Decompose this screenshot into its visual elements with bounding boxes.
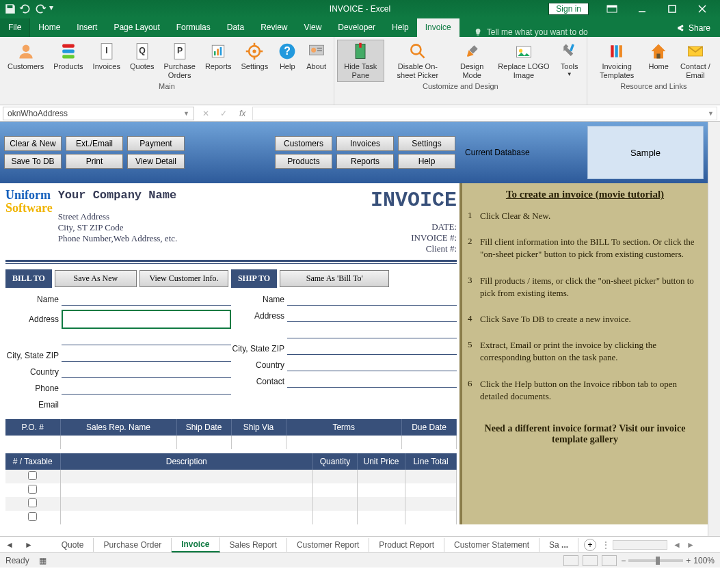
close-icon[interactable] (689, 0, 716, 18)
normal-view-icon[interactable] (563, 555, 578, 566)
tab-page-layout[interactable]: Page Layout (105, 18, 168, 37)
share-button[interactable]: Share (666, 19, 720, 37)
zoom-out-icon[interactable]: − (621, 556, 626, 565)
tab-review[interactable]: Review (252, 18, 295, 37)
tab-view[interactable]: View (296, 18, 330, 37)
enter-formula-icon[interactable]: ✓ (215, 109, 232, 118)
reports-tb-button[interactable]: Reports (336, 154, 394, 169)
purchase-orders-button[interactable]: PPurchase Orders (159, 40, 200, 82)
design-mode-button[interactable]: Design Mode (451, 40, 492, 82)
sheet-tab-quote[interactable]: Quote (52, 538, 94, 552)
page-layout-view-icon[interactable] (583, 555, 598, 566)
about-button[interactable]: About (302, 40, 331, 73)
billto-name-input[interactable] (62, 293, 231, 306)
tab-formulas[interactable]: Formulas (168, 18, 219, 37)
products-button[interactable]: Products (49, 40, 88, 73)
sheet-tab-sa[interactable]: Sa ... (539, 538, 578, 552)
qat-dropdown-icon[interactable]: ▾ (49, 3, 56, 15)
tab-developer[interactable]: Developer (330, 18, 384, 37)
home-button[interactable]: Home (644, 40, 674, 73)
customers-tb-button[interactable]: Customers (275, 136, 332, 151)
tab-data[interactable]: Data (219, 18, 252, 37)
name-box[interactable]: oknWhoAddress▼ (3, 107, 194, 120)
billto-address2-input[interactable] (62, 333, 231, 345)
tab-help[interactable]: Help (384, 18, 417, 37)
redo-icon[interactable] (34, 3, 46, 15)
sheet-tab-sales[interactable]: Sales Report (220, 538, 287, 552)
billto-address-input[interactable] (62, 310, 231, 329)
disable-picker-button[interactable]: Disable On-sheet Picker (384, 40, 451, 82)
macro-record-icon[interactable]: ▦ (39, 556, 46, 565)
shipto-address-input[interactable] (287, 310, 457, 322)
zoom-slider[interactable] (628, 559, 683, 562)
view-detail-button[interactable]: View Detail (127, 154, 185, 169)
zoom-in-icon[interactable]: + (686, 556, 691, 565)
help-button[interactable]: ?Help (273, 40, 302, 73)
replace-logo-button[interactable]: Replace LOGO Image (492, 40, 555, 82)
maximize-icon[interactable] (658, 0, 686, 18)
taxable-checkbox[interactable] (28, 485, 37, 494)
sheet-tab-customer[interactable]: Customer Report (287, 538, 369, 552)
sheet-tab-po[interactable]: Purchase Order (94, 538, 172, 552)
clear-new-button[interactable]: Clear & New (4, 136, 62, 151)
sheet-tab-product[interactable]: Product Report (369, 538, 444, 552)
ext-email-button[interactable]: Ext./Email (66, 136, 123, 151)
invoices-tb-button[interactable]: Invoices (336, 136, 394, 151)
shipto-contact-input[interactable] (287, 375, 457, 388)
shipto-name-input[interactable] (287, 293, 457, 306)
taxable-checkbox[interactable] (28, 512, 37, 521)
tell-me-search[interactable]: Tell me what you want to do (473, 27, 588, 37)
formula-input[interactable]: ▼ (252, 107, 717, 120)
sheet-tab-statement[interactable]: Customer Statement (444, 538, 539, 552)
contact-email-button[interactable]: Contact / Email (674, 40, 717, 82)
cancel-formula-icon[interactable]: ✕ (197, 109, 215, 118)
zoom-level[interactable]: 100% (693, 556, 715, 565)
save-to-db-button[interactable]: Save To DB (4, 154, 62, 169)
print-button[interactable]: Print (66, 154, 123, 169)
products-tb-button[interactable]: Products (275, 154, 332, 169)
billto-phone-input[interactable] (62, 382, 231, 395)
view-customer-info-button[interactable]: View Customer Info. (139, 270, 228, 287)
save-as-new-button[interactable]: Save As New (55, 270, 137, 287)
sign-in-button[interactable]: Sign in (548, 3, 589, 15)
payment-button[interactable]: Payment (127, 136, 185, 151)
tab-nav-next-icon[interactable]: ► (19, 540, 38, 550)
help-footer-link[interactable]: Need a different invoice format? Visit o… (468, 423, 702, 445)
horizontal-scrollbar[interactable] (613, 540, 667, 550)
fx-icon[interactable]: fx (232, 109, 252, 118)
same-as-billto-button[interactable]: Same As 'Bill To' (280, 270, 389, 287)
add-sheet-icon[interactable]: + (584, 539, 596, 551)
settings-button[interactable]: Settings (236, 40, 273, 73)
undo-icon[interactable] (19, 3, 31, 15)
save-icon[interactable] (4, 3, 16, 15)
taxable-checkbox[interactable] (28, 471, 37, 480)
help-title[interactable]: To create an invoice (movie tutorial) (468, 189, 702, 200)
invoices-button[interactable]: IInvoices (88, 40, 125, 73)
help-tb-button[interactable]: Help (398, 154, 455, 169)
shipto-country-input[interactable] (287, 359, 457, 371)
billto-country-input[interactable] (62, 366, 231, 378)
reports-button[interactable]: Reports (200, 40, 237, 73)
taxable-checkbox[interactable] (28, 498, 37, 507)
tab-file[interactable]: File (0, 18, 30, 37)
tab-invoice[interactable]: Invoice (417, 18, 459, 37)
menu-bar: File Home Insert Page Layout Formulas Da… (0, 18, 720, 37)
billto-email-input[interactable] (62, 399, 231, 411)
shipto-address2-input[interactable] (287, 326, 457, 338)
quotes-button[interactable]: QQuotes (125, 40, 159, 73)
tab-nav-prev-icon[interactable]: ◄ (0, 540, 19, 550)
customers-button[interactable]: Customers (3, 40, 49, 73)
page-break-view-icon[interactable] (602, 555, 617, 566)
hide-task-pane-button[interactable]: Hide Task Pane (337, 40, 384, 82)
shipto-csz-input[interactable] (287, 343, 457, 355)
tab-home[interactable]: Home (30, 18, 68, 37)
invoicing-templates-button[interactable]: Invoicing Templates (590, 40, 644, 82)
tab-insert[interactable]: Insert (68, 18, 105, 37)
minimize-icon[interactable] (628, 0, 656, 18)
ribbon-options-icon[interactable] (598, 0, 626, 18)
tools-button[interactable]: Tools▼ (555, 40, 584, 80)
settings-tb-button[interactable]: Settings (398, 136, 455, 151)
vertical-scrollbar[interactable] (708, 122, 720, 536)
billto-csz-input[interactable] (62, 349, 231, 362)
sheet-tab-invoice[interactable]: Invoice (172, 537, 219, 552)
